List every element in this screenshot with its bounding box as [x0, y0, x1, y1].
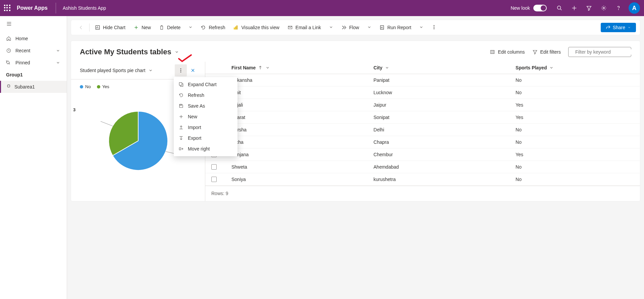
menu-toggle-icon[interactable]: [0, 16, 67, 33]
close-icon: [190, 68, 196, 73]
more-vertical-icon: [178, 68, 183, 73]
share-icon: [605, 25, 611, 30]
pie-chart[interactable]: [95, 107, 182, 174]
gear-icon[interactable]: [596, 0, 611, 16]
ctx-label: Move right: [188, 146, 210, 152]
import-icon: [178, 125, 184, 130]
row-checkbox[interactable]: [211, 164, 217, 170]
row-checkbox[interactable]: [211, 177, 217, 182]
menu-refresh[interactable]: Refresh: [174, 90, 237, 101]
refresh-button[interactable]: Refresh: [197, 23, 228, 32]
run-report-button[interactable]: Run Report: [376, 23, 415, 32]
puzzle-icon: [6, 84, 11, 89]
table-row[interactable]: HarshaDelhiNo: [205, 124, 640, 136]
svg-point-0: [557, 6, 561, 9]
menu-import[interactable]: Import: [174, 122, 237, 133]
new-look-toggle[interactable]: New look: [511, 5, 547, 11]
view-title[interactable]: Active My Students tables: [80, 48, 171, 56]
delete-dropdown[interactable]: [185, 22, 196, 33]
svg-line-40: [101, 121, 113, 126]
avatar[interactable]: A: [629, 2, 640, 14]
chart-context-menu: Expand Chart Refresh Save As New Import …: [174, 77, 237, 156]
toggle-switch-icon[interactable]: [533, 5, 547, 11]
svg-rect-21: [491, 50, 494, 54]
sidebar-group-label: Group1: [0, 69, 67, 81]
cell-first-name: Sanjana: [231, 152, 374, 157]
brand-label: Power Apps: [17, 5, 48, 11]
menu-expand-chart[interactable]: Expand Chart: [174, 79, 237, 90]
sidebar-item-recent[interactable]: Recent: [0, 45, 67, 57]
sidebar-item-subarea1[interactable]: Subarea1: [0, 81, 67, 93]
chevron-down-icon: [188, 24, 193, 30]
cell-first-name: Richa: [231, 139, 374, 145]
ctx-label: New: [188, 114, 197, 119]
help-icon[interactable]: [611, 0, 626, 16]
cell-first-name: Bharat: [231, 115, 374, 120]
app-launcher-icon[interactable]: [4, 5, 11, 11]
col-header-city[interactable]: City: [374, 65, 516, 70]
filter-icon[interactable]: [582, 0, 596, 16]
new-look-label: New look: [511, 5, 530, 11]
svg-rect-15: [236, 25, 237, 29]
overflow-button[interactable]: [428, 24, 440, 31]
cell-city: Lucknow: [374, 90, 516, 95]
filter-keyword-input[interactable]: [575, 49, 634, 55]
chart-panel: Student played Sports pie chart Expand C…: [71, 62, 205, 201]
table-row[interactable]: SanjanaChemburYes: [205, 148, 640, 161]
cell-city: Delhi: [374, 127, 516, 132]
svg-point-26: [180, 68, 181, 69]
sidebar-item-home[interactable]: Home: [0, 33, 67, 45]
new-button[interactable]: New: [130, 23, 154, 32]
table-row[interactable]: SoniyakurushetraNo: [205, 173, 640, 186]
chart-more-button[interactable]: [175, 64, 187, 76]
chevron-down-icon: [419, 24, 424, 30]
sidebar-item-pinned[interactable]: Pinned: [0, 57, 67, 69]
chart-selector[interactable]: Student played Sports pie chart: [80, 68, 153, 73]
legend-item-no[interactable]: No: [80, 84, 91, 89]
menu-move-right[interactable]: Move right: [174, 143, 237, 154]
chevron-down-icon: [55, 48, 61, 53]
menu-new[interactable]: New: [174, 111, 237, 122]
arrow-left-icon: [78, 25, 84, 30]
edit-filters-button[interactable]: Edit filters: [532, 49, 561, 55]
menu-export[interactable]: Export: [174, 133, 237, 143]
visualize-button[interactable]: Visualize this view: [230, 23, 282, 32]
email-dropdown[interactable]: [326, 22, 336, 33]
cell-first-name: Soniya: [231, 177, 374, 182]
edit-columns-button[interactable]: Edit columns: [490, 49, 525, 55]
chevron-down-icon: [148, 68, 153, 73]
menu-save-as[interactable]: Save As: [174, 101, 237, 111]
table-row[interactable]: AakanshaPanipatNo: [205, 74, 640, 86]
flow-button[interactable]: Flow: [338, 23, 363, 32]
table-row[interactable]: AnjaliJaipurYes: [205, 99, 640, 111]
plus-icon: [178, 114, 184, 119]
table-row[interactable]: AmitLucknowNo: [205, 86, 640, 99]
table-row[interactable]: ShwetaAhemdabadNo: [205, 161, 640, 173]
table-row[interactable]: BharatSonipatYes: [205, 111, 640, 124]
chart-title-label: Student played Sports pie chart: [80, 68, 145, 73]
home-icon: [6, 36, 11, 41]
col-header-sports-played[interactable]: Sports Played: [516, 65, 634, 70]
chevron-down-icon: [265, 65, 270, 70]
chevron-down-icon: [328, 24, 334, 30]
ctx-label: Refresh: [188, 93, 204, 98]
add-icon[interactable]: [567, 0, 582, 16]
email-link-button[interactable]: Email a Link: [284, 23, 324, 32]
filter-input-wrapper[interactable]: [568, 47, 631, 57]
back-button[interactable]: [75, 23, 87, 32]
cmd-label: Hide Chart: [103, 25, 125, 30]
sidebar-item-label: Recent: [15, 48, 30, 53]
cell-sports-played: Yes: [516, 115, 634, 120]
run-report-dropdown[interactable]: [416, 22, 427, 33]
flow-dropdown[interactable]: [364, 22, 375, 33]
chart-close-button[interactable]: [187, 64, 199, 76]
share-button[interactable]: Share: [601, 23, 636, 32]
delete-button[interactable]: Delete: [156, 23, 184, 32]
col-header-first-name[interactable]: First Name: [231, 65, 374, 70]
chevron-down-icon[interactable]: [174, 49, 179, 55]
hide-chart-button[interactable]: Hide Chart: [92, 23, 129, 32]
table-row[interactable]: RichaChapraNo: [205, 136, 640, 148]
legend-item-yes[interactable]: Yes: [97, 84, 109, 89]
sidebar-item-label: Home: [15, 36, 28, 41]
search-icon[interactable]: [552, 0, 567, 16]
